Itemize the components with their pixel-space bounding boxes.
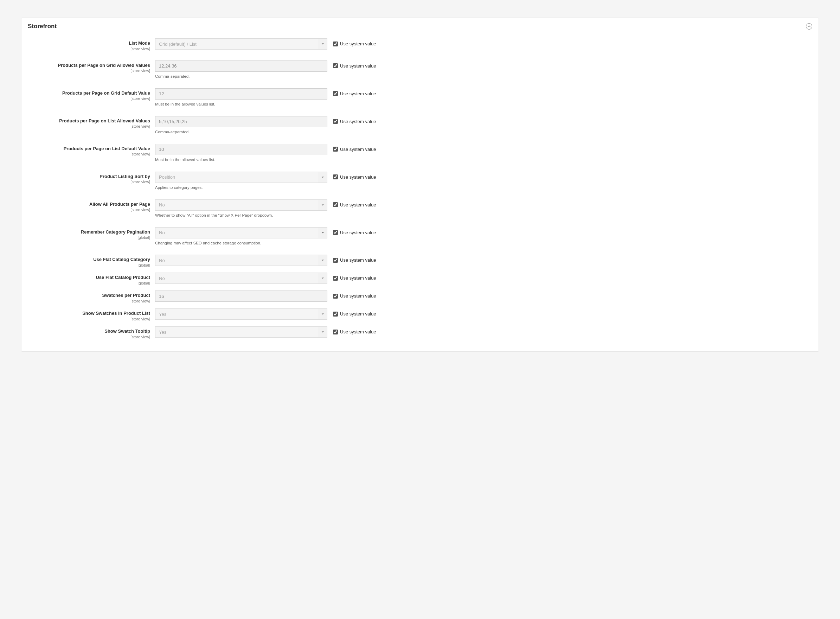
remember-pagination-use-system-checkbox[interactable]	[333, 230, 338, 235]
scope-label: [store view]	[28, 317, 150, 321]
help-grid-allowed: Comma-separated.	[155, 74, 327, 79]
grid-default-use-system-checkbox[interactable]	[333, 91, 338, 96]
panel-header: Storefront	[21, 18, 819, 35]
sort-by-select[interactable]: Position	[155, 172, 327, 183]
label-grid-default: Products per Page on Grid Default Value	[28, 90, 150, 96]
help-grid-default: Must be in the allowed values list.	[155, 102, 327, 107]
label-list-mode: List Mode	[28, 40, 150, 46]
row-grid-allowed: Products per Page on Grid Allowed Values…	[21, 60, 819, 88]
use-system-label: Use system value	[340, 175, 376, 180]
use-system-label: Use system value	[340, 91, 376, 96]
scope-label: [store view]	[28, 152, 150, 157]
label-col: List Mode [store view]	[28, 38, 155, 51]
swatches-in-list-use-system-checkbox[interactable]	[333, 312, 338, 317]
use-system-label: Use system value	[340, 41, 376, 46]
grid-default-input[interactable]	[155, 88, 327, 100]
swatches-per-product-use-system-checkbox[interactable]	[333, 294, 338, 299]
scope-label: [store view]	[28, 299, 150, 304]
use-system-label: Use system value	[340, 147, 376, 152]
remember-pagination-select[interactable]: No	[155, 227, 327, 238]
row-allow-all: Allow All Products per Page [store view]…	[21, 199, 819, 227]
scope-label: [store view]	[28, 335, 150, 339]
panel-title: Storefront	[28, 23, 57, 30]
use-system-label: Use system value	[340, 63, 376, 69]
scope-label: [store view]	[28, 68, 150, 73]
storefront-panel: Storefront List Mode [store view] Grid (…	[21, 18, 819, 352]
grid-allowed-input[interactable]	[155, 60, 327, 72]
use-system-label: Use system value	[340, 293, 376, 299]
swatch-tooltip-select[interactable]: Yes	[155, 326, 327, 338]
use-system-label: Use system value	[340, 275, 376, 281]
help-list-default: Must be in the allowed values list.	[155, 157, 327, 163]
list-allowed-use-system-checkbox[interactable]	[333, 119, 338, 124]
scope-label: [store view]	[28, 96, 150, 101]
sort-by-use-system-checkbox[interactable]	[333, 175, 338, 179]
use-system-label: Use system value	[340, 230, 376, 235]
use-system-label: Use system value	[340, 202, 376, 208]
row-swatches-per-product: Swatches per Product [store view] Use sy…	[21, 290, 819, 308]
label-sort-by: Product Listing Sort by	[28, 174, 150, 179]
allow-all-select[interactable]: No	[155, 199, 327, 211]
label-list-default: Products per Page on List Default Value	[28, 146, 150, 152]
label-swatches-per-product: Swatches per Product	[28, 293, 150, 298]
label-remember-pagination: Remember Category Pagination	[28, 229, 150, 235]
flat-product-select[interactable]: No	[155, 272, 327, 284]
allow-all-use-system-checkbox[interactable]	[333, 202, 338, 207]
row-flat-product: Use Flat Catalog Product [global] No Use…	[21, 272, 819, 290]
scope-label: [store view]	[28, 179, 150, 184]
scope-label: [store view]	[28, 124, 150, 129]
swatches-in-list-select[interactable]: Yes	[155, 308, 327, 320]
scope-label: [store view]	[28, 46, 150, 51]
list-mode-select[interactable]: Grid (default) / List	[155, 38, 327, 49]
help-remember-pagination: Changing may affect SEO and cache storag…	[155, 241, 327, 246]
help-allow-all: Whether to show "All" option in the "Sho…	[155, 213, 327, 218]
help-list-allowed: Comma-separated.	[155, 129, 327, 135]
label-flat-category: Use Flat Catalog Category	[28, 257, 150, 262]
list-default-use-system-checkbox[interactable]	[333, 147, 338, 152]
row-swatches-in-list: Show Swatches in Product List [store vie…	[21, 308, 819, 326]
label-list-allowed: Products per Page on List Allowed Values	[28, 118, 150, 124]
help-sort-by: Applies to category pages.	[155, 185, 327, 190]
scope-label: [global]	[28, 281, 150, 286]
row-sort-by: Product Listing Sort by [store view] Pos…	[21, 172, 819, 199]
label-grid-allowed: Products per Page on Grid Allowed Values	[28, 63, 150, 68]
swatch-tooltip-use-system-checkbox[interactable]	[333, 330, 338, 335]
scope-label: [global]	[28, 235, 150, 240]
use-system-label: Use system value	[340, 119, 376, 124]
use-system-label: Use system value	[340, 257, 376, 263]
label-swatch-tooltip: Show Swatch Tooltip	[28, 329, 150, 334]
row-flat-category: Use Flat Catalog Category [global] No Us…	[21, 255, 819, 272]
list-default-input[interactable]	[155, 144, 327, 155]
row-list-allowed: Products per Page on List Allowed Values…	[21, 116, 819, 144]
row-remember-pagination: Remember Category Pagination [global] No…	[21, 227, 819, 255]
use-system-label: Use system value	[340, 329, 376, 335]
flat-category-select[interactable]: No	[155, 255, 327, 266]
label-swatches-in-list: Show Swatches in Product List	[28, 311, 150, 316]
use-system-label: Use system value	[340, 311, 376, 317]
grid-allowed-use-system-checkbox[interactable]	[333, 63, 338, 68]
flat-product-use-system-checkbox[interactable]	[333, 276, 338, 281]
scope-label: [store view]	[28, 207, 150, 212]
label-allow-all: Allow All Products per Page	[28, 202, 150, 207]
scope-label: [global]	[28, 263, 150, 268]
row-list-default: Products per Page on List Default Value …	[21, 144, 819, 172]
row-swatch-tooltip: Show Swatch Tooltip [store view] Yes Use…	[21, 326, 819, 344]
list-allowed-input[interactable]	[155, 116, 327, 127]
collapse-toggle[interactable]	[806, 23, 812, 30]
form-body: List Mode [store view] Grid (default) / …	[21, 35, 819, 344]
chevron-up-icon	[807, 25, 811, 28]
row-grid-default: Products per Page on Grid Default Value …	[21, 88, 819, 116]
row-list-mode: List Mode [store view] Grid (default) / …	[21, 38, 819, 60]
swatches-per-product-input[interactable]	[155, 290, 327, 302]
list-mode-use-system-checkbox[interactable]	[333, 42, 338, 46]
label-flat-product: Use Flat Catalog Product	[28, 275, 150, 280]
flat-category-use-system-checkbox[interactable]	[333, 258, 338, 263]
